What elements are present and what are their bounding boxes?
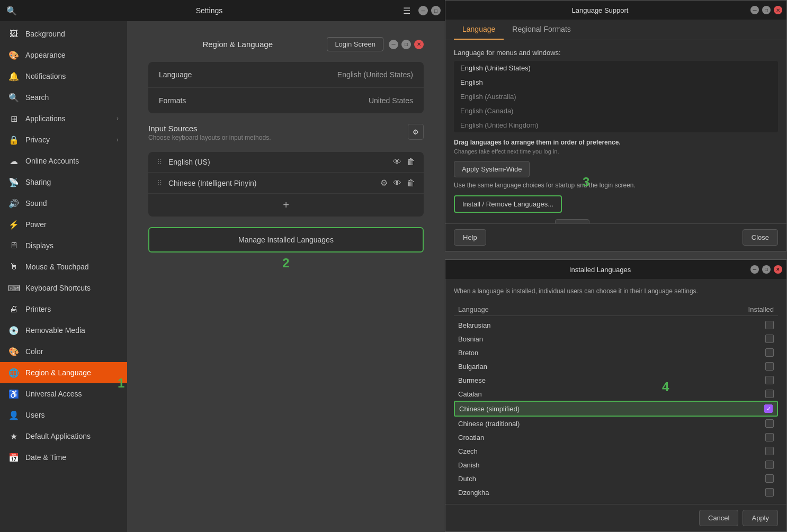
preview-button-1[interactable]: 👁	[393, 157, 401, 167]
sidebar-item-applications[interactable]: ⊞ Applications ›	[0, 108, 127, 129]
il-lang-row-9[interactable]: Czech	[454, 444, 778, 458]
il-checkbox-2[interactable]	[765, 348, 774, 357]
il-lang-row-4[interactable]: Burmese	[454, 373, 778, 387]
page-header: Region & Language Login Screen ─ □ ✕	[148, 37, 424, 51]
ls-tab-regional-formats[interactable]: Regional Formats	[504, 20, 579, 40]
il-lang-row-5[interactable]: Catalan	[454, 387, 778, 401]
input-source-item-chinese: ⠿ Chinese (Intelligent Pinyin) ⚙ 👁 🗑	[148, 173, 424, 194]
il-lang-row-1[interactable]: Bosnian	[454, 332, 778, 346]
il-checkbox-10[interactable]	[765, 461, 774, 469]
il-lang-row-11[interactable]: Dutch	[454, 472, 778, 485]
il-checkbox-4[interactable]	[765, 376, 774, 384]
ls-lang-item-2: English (Australia)	[454, 89, 778, 104]
il-cancel-button[interactable]: Cancel	[699, 510, 738, 526]
add-input-source-button[interactable]: +	[283, 199, 289, 211]
il-close[interactable]: ✕	[774, 265, 782, 274]
preview-button-2[interactable]: 👁	[393, 178, 401, 188]
delete-button-2[interactable]: 🗑	[407, 178, 415, 188]
sidebar-item-background[interactable]: 🖼 Background	[0, 23, 127, 44]
il-lang-row-2[interactable]: Breton	[454, 346, 778, 359]
input-sources-gear-button[interactable]: ⚙	[408, 124, 424, 140]
input-sources-title-area: Input Sources Choose keyboard layouts or…	[148, 124, 408, 141]
delete-button-1[interactable]: 🗑	[407, 157, 415, 167]
ls-keyboard-select[interactable]: IBus	[555, 219, 589, 223]
il-checkbox-5[interactable]	[765, 390, 774, 398]
sidebar-item-mouse-touchpad[interactable]: 🖱 Mouse & Touchpad	[0, 256, 127, 277]
il-checkbox-0[interactable]	[765, 321, 774, 329]
il-lang-row-8[interactable]: Croatian	[454, 430, 778, 444]
sidebar-item-privacy[interactable]: 🔒 Privacy ›	[0, 129, 127, 150]
il-footer: Cancel Apply	[445, 504, 786, 531]
il-checkbox-6[interactable]: ✓	[764, 404, 773, 413]
il-lang-name-3: Bulgarian	[458, 363, 487, 371]
language-row[interactable]: Language English (United States)	[148, 62, 424, 88]
search-button[interactable]: 🔍	[4, 3, 19, 18]
sidebar-item-power[interactable]: ⚡ Power	[0, 214, 127, 235]
il-checkbox-8[interactable]	[765, 433, 774, 441]
region-maximize[interactable]: □	[401, 40, 411, 49]
il-checkbox-9[interactable]	[765, 447, 774, 455]
ls-install-remove-button[interactable]: Install / Remove Languages...	[454, 195, 562, 213]
region-minimize[interactable]: ─	[389, 40, 398, 49]
il-checkbox-12[interactable]	[765, 488, 774, 497]
sidebar-item-notifications[interactable]: 🔔 Notifications	[0, 66, 127, 87]
sidebar-item-date-time[interactable]: 📅 Date & Time	[0, 447, 127, 468]
badge-4: 4	[662, 380, 669, 394]
sidebar-item-online-accounts[interactable]: ☁ Online Accounts	[0, 150, 127, 172]
input-source-item-english: ⠿ English (US) 👁 🗑	[148, 152, 424, 173]
login-screen-button[interactable]: Login Screen	[327, 37, 383, 51]
menu-button[interactable]: ☰	[399, 3, 414, 18]
il-lang-row-12[interactable]: Dzongkha	[454, 485, 778, 499]
il-window-controls: ─ □ ✕	[750, 265, 782, 274]
il-minimize[interactable]: ─	[750, 265, 759, 274]
ls-apply-system-wide-button[interactable]: Apply System-Wide	[454, 161, 530, 177]
il-apply-button[interactable]: Apply	[743, 510, 778, 526]
sidebar-item-removable-media[interactable]: 💿 Removable Media	[0, 320, 127, 341]
input-sources-title: Input Sources	[148, 124, 408, 133]
manage-languages-button[interactable]: Manage Installed Languages	[148, 227, 424, 253]
sidebar-item-printers[interactable]: 🖨 Printers	[0, 299, 127, 320]
il-lang-row-6[interactable]: Chinese (simplified)✓	[454, 401, 778, 417]
il-maximize[interactable]: □	[762, 265, 771, 274]
sidebar-label-applications: Applications	[25, 114, 110, 123]
il-lang-name-4: Burmese	[458, 376, 486, 384]
formats-row[interactable]: Formats United States	[148, 88, 424, 113]
ls-tab-language[interactable]: Language	[454, 20, 504, 40]
il-lang-row-0[interactable]: Belarusian	[454, 318, 778, 332]
sidebar-item-region-language[interactable]: 🌐 Region & Language	[0, 362, 127, 383]
printers-icon: 🖨	[8, 304, 19, 314]
il-lang-row-10[interactable]: Danish	[454, 458, 778, 472]
sidebar-item-sharing[interactable]: 📡 Sharing	[0, 172, 127, 193]
drag-handle-1[interactable]: ⠿	[157, 158, 162, 166]
il-checkbox-1[interactable]	[765, 335, 774, 343]
il-lang-row-3[interactable]: Bulgarian	[454, 359, 778, 373]
sidebar-item-keyboard-shortcuts[interactable]: ⌨ Keyboard Shortcuts	[0, 277, 127, 299]
sidebar-label-sharing: Sharing	[25, 178, 119, 186]
formats-label: Formats	[159, 96, 369, 105]
il-lang-row-7[interactable]: Chinese (traditional)	[454, 417, 778, 430]
il-checkbox-3[interactable]	[765, 362, 774, 371]
ls-help-button[interactable]: Help	[454, 229, 486, 246]
ls-close[interactable]: ✕	[774, 6, 782, 14]
maximize-button[interactable]: □	[431, 6, 441, 15]
applications-icon: ⊞	[8, 113, 19, 124]
sidebar-item-appearance[interactable]: 🎨 Appearance	[0, 44, 127, 66]
ls-close-button[interactable]: Close	[743, 229, 778, 246]
badge-3: 3	[583, 175, 589, 190]
il-checkbox-7[interactable]	[765, 419, 774, 428]
ls-minimize[interactable]: ─	[750, 6, 759, 14]
minimize-button[interactable]: ─	[418, 6, 428, 15]
input-source-name-english: English (US)	[168, 158, 387, 166]
gear-button-2[interactable]: ⚙	[380, 178, 388, 188]
sidebar-item-universal-access[interactable]: ♿ Universal Access	[0, 383, 127, 404]
region-close[interactable]: ✕	[414, 40, 424, 49]
ls-maximize[interactable]: □	[762, 6, 771, 14]
sidebar-item-displays[interactable]: 🖥 Displays	[0, 235, 127, 256]
sidebar-item-default-applications[interactable]: ★ Default Applications	[0, 426, 127, 447]
drag-handle-2[interactable]: ⠿	[157, 179, 162, 187]
sidebar-item-users[interactable]: 👤 Users	[0, 404, 127, 426]
sidebar-item-sound[interactable]: 🔊 Sound	[0, 193, 127, 214]
sidebar-item-color[interactable]: 🎨 Color	[0, 341, 127, 362]
il-checkbox-11[interactable]	[765, 474, 774, 483]
sidebar-item-search[interactable]: 🔍 Search	[0, 87, 127, 108]
